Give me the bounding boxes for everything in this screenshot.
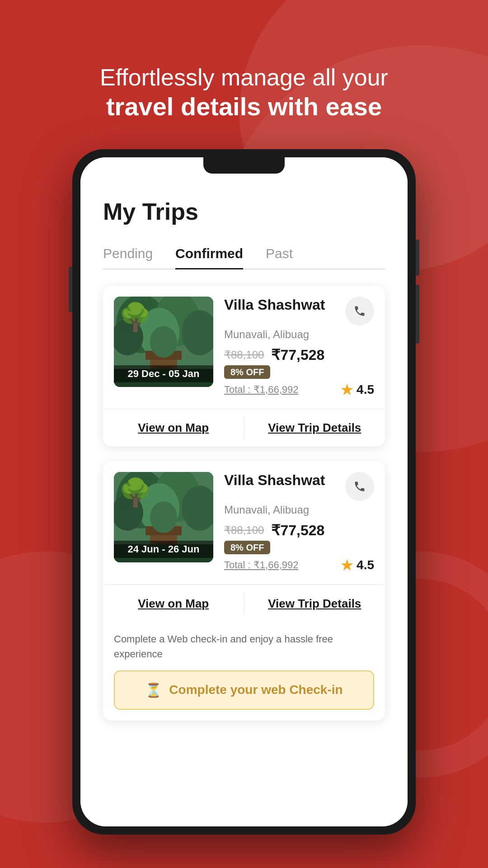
original-price-2: ₹88,100 bbox=[224, 524, 264, 537]
phone-screen: My Trips Pending Confirmed Past bbox=[80, 157, 408, 826]
original-price-1: ₹88,100 bbox=[224, 349, 264, 361]
total-row-2: Total : ₹1,66,992 ★ 4.5 bbox=[224, 557, 374, 573]
rating-value-2: 4.5 bbox=[357, 558, 374, 572]
side-button-left bbox=[69, 267, 72, 312]
rating-2: ★ 4.5 bbox=[341, 557, 374, 573]
card-body-2: 24 Jun - 26 Jun Villa Shashwat bbox=[103, 461, 385, 584]
phone-icon-1 bbox=[353, 305, 366, 317]
hourglass-icon: ⏳ bbox=[145, 682, 162, 698]
phone-wrapper: My Trips Pending Confirmed Past bbox=[0, 149, 488, 835]
villa-location-1: Munavali, Alibuag bbox=[224, 328, 374, 341]
off-badge-1: 8% OFF bbox=[224, 365, 270, 379]
trip-card-1: 29 Dec - 05 Jan Villa Shashwat bbox=[103, 286, 385, 447]
date-badge-1: 29 Dec - 05 Jan bbox=[114, 365, 213, 382]
rating-1: ★ 4.5 bbox=[341, 382, 374, 398]
header-line1: Effortlessly manage all your bbox=[0, 63, 488, 91]
call-button-2[interactable] bbox=[345, 472, 374, 501]
star-icon-1: ★ bbox=[341, 382, 353, 398]
total-text-2: Total : ₹1,66,992 bbox=[224, 559, 298, 571]
discounted-price-2: ₹77,528 bbox=[271, 522, 324, 539]
date-badge-2: 24 Jun - 26 Jun bbox=[114, 541, 213, 558]
power-button bbox=[416, 240, 419, 276]
header-section: Effortlessly manage all your travel deta… bbox=[0, 0, 488, 149]
svg-point-10 bbox=[150, 326, 177, 358]
view-trip-details-btn-1[interactable]: View Trip Details bbox=[244, 409, 385, 447]
phone-icon-2 bbox=[353, 480, 366, 493]
total-text-1: Total : ₹1,66,992 bbox=[224, 384, 298, 396]
card-info-2: Villa Shashwat Munavali, Alibuag bbox=[224, 472, 374, 573]
checkin-promo-2: Complete a Web check-in and enjoy a hass… bbox=[103, 623, 385, 661]
price-row-2: ₹88,100 ₹77,528 bbox=[224, 522, 374, 539]
tab-past[interactable]: Past bbox=[266, 239, 293, 269]
off-badge-2: 8% OFF bbox=[224, 541, 270, 554]
card-actions-2: View on Map View Trip Details bbox=[103, 585, 385, 623]
card-actions-1: View on Map View Trip Details bbox=[103, 409, 385, 447]
screen-inner: My Trips Pending Confirmed Past bbox=[80, 157, 408, 826]
rating-value-1: 4.5 bbox=[357, 382, 374, 397]
villa-name-1: Villa Shashwat bbox=[224, 297, 325, 313]
villa-name-2: Villa Shashwat bbox=[224, 472, 325, 489]
villa-location-2: Munavali, Alibuag bbox=[224, 504, 374, 516]
volume-button bbox=[416, 285, 419, 344]
tab-pending[interactable]: Pending bbox=[103, 239, 153, 269]
card-body-1: 29 Dec - 05 Jan Villa Shashwat bbox=[103, 286, 385, 409]
discounted-price-1: ₹77,528 bbox=[271, 346, 324, 363]
view-trip-details-btn-2[interactable]: View Trip Details bbox=[244, 585, 385, 623]
view-on-map-btn-2[interactable]: View on Map bbox=[103, 585, 244, 623]
checkin-btn-label: Complete your web Check-in bbox=[169, 683, 343, 697]
app-content: My Trips Pending Confirmed Past bbox=[80, 180, 408, 753]
svg-point-21 bbox=[150, 501, 177, 533]
phone-notch bbox=[203, 157, 285, 174]
tabs-bar: Pending Confirmed Past bbox=[103, 239, 385, 269]
card-header-row-2: Villa Shashwat bbox=[224, 472, 374, 501]
view-on-map-btn-1[interactable]: View on Map bbox=[103, 409, 244, 447]
tab-confirmed[interactable]: Confirmed bbox=[175, 239, 243, 269]
price-row-1: ₹88,100 ₹77,528 bbox=[224, 346, 374, 363]
card-image-wrap-2: 24 Jun - 26 Jun bbox=[114, 472, 213, 562]
star-icon-2: ★ bbox=[341, 557, 353, 573]
header-line2: travel details with ease bbox=[0, 91, 488, 122]
card-header-row-1: Villa Shashwat bbox=[224, 297, 374, 326]
card-image-wrap-1: 29 Dec - 05 Jan bbox=[114, 297, 213, 387]
total-row-1: Total : ₹1,66,992 ★ 4.5 bbox=[224, 382, 374, 398]
trip-card-2: 24 Jun - 26 Jun Villa Shashwat bbox=[103, 461, 385, 721]
phone-frame: My Trips Pending Confirmed Past bbox=[72, 149, 416, 835]
card-info-1: Villa Shashwat Munavali, Alibuag bbox=[224, 297, 374, 398]
page-title: My Trips bbox=[103, 198, 385, 225]
call-button-1[interactable] bbox=[345, 297, 374, 326]
checkin-btn-2[interactable]: ⏳ Complete your web Check-in bbox=[114, 670, 374, 710]
